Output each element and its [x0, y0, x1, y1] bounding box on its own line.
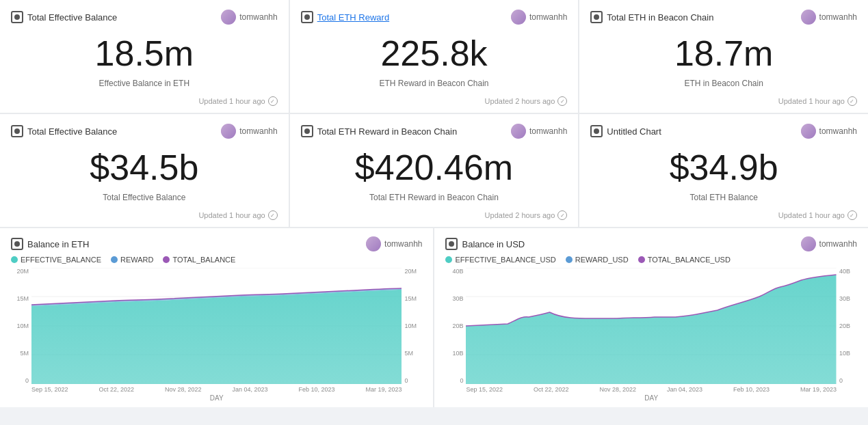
card-user: tomwanhh — [801, 10, 857, 25]
legend-dot — [445, 256, 452, 263]
updated-text: Updated 1 hour ago — [778, 97, 845, 105]
chart-title: Balance in ETH — [27, 239, 89, 249]
legend-dot — [566, 256, 573, 263]
card-total-eth-reward: Total ETH Reward tomwanhh 225.8k ETH Rew… — [290, 0, 579, 113]
x-label: Jan 04, 2023 — [232, 386, 267, 393]
card-total-eth-reward-beacon: Total ETH Reward in Beacon Chain tomwanh… — [290, 114, 579, 227]
card-subtitle: Total ETH Balance — [590, 193, 857, 202]
x-label: Mar 19, 2023 — [800, 386, 837, 393]
card-header: Untitled Chart tomwanhh — [590, 124, 857, 139]
legend-dot — [111, 256, 118, 263]
y-axis-left: 20M 15M 10M 5M 0 — [11, 268, 31, 384]
chart-canvas-eth — [31, 268, 402, 384]
card-footer: Updated 1 hour ago ✓ — [590, 94, 857, 106]
x-label: Oct 22, 2022 — [99, 386, 135, 393]
card-icon — [11, 125, 23, 137]
card-user: tomwanhh — [511, 124, 567, 139]
chart-svg-usd — [466, 268, 837, 384]
card-value: $34.9b — [590, 141, 857, 193]
card-value: $420.46m — [301, 141, 568, 193]
username: tomwanhh — [819, 12, 857, 22]
x-labels-usd: Sep 15, 2022 Oct 22, 2022 Nov 28, 2022 J… — [466, 386, 837, 393]
x-label: Nov 28, 2022 — [599, 386, 636, 393]
check-icon: ✓ — [268, 96, 278, 106]
card-user: tomwanhh — [366, 236, 422, 251]
chart-balance-usd: Balance in USD tomwanhh EFFECTIVE_BALANC… — [434, 228, 868, 407]
updated-text: Updated 1 hour ago — [198, 211, 265, 219]
card-header: Total Effective Balance tomwanhh — [11, 10, 278, 25]
card-user: tomwanhh — [801, 236, 857, 251]
x-label: Mar 19, 2023 — [365, 386, 402, 393]
legend-item-effective: EFFECTIVE_BALANCE — [11, 256, 101, 264]
card-icon — [445, 238, 458, 250]
check-icon: ✓ — [847, 96, 857, 106]
card-user: tomwanhh — [511, 10, 567, 25]
dashboard: Total Effective Balance tomwanhh 18.5m E… — [0, 0, 868, 407]
card-value: 18.7m — [590, 27, 857, 79]
card-footer: Updated 1 hour ago ✓ — [11, 94, 278, 106]
y-axis-right-eth: 20M 15M 10M 5M 0 — [402, 268, 422, 384]
username: tomwanhh — [384, 239, 422, 249]
legend-dot — [163, 256, 170, 263]
card-title: Total ETH in Beacon Chain — [607, 12, 713, 23]
chart-balance-eth: Balance in ETH tomwanhh EFFECTIVE_BALANC… — [0, 228, 433, 407]
x-axis-title-usd: DAY — [466, 394, 837, 402]
card-header: Total Effective Balance tomwanhh — [11, 124, 278, 139]
legend-item-reward: REWARD — [111, 256, 153, 264]
username: tomwanhh — [239, 126, 277, 136]
x-label: Sep 15, 2022 — [466, 386, 503, 393]
legend-label: REWARD_USD — [575, 256, 629, 264]
avatar — [221, 124, 236, 139]
card-footer: Updated 1 hour ago ✓ — [11, 208, 278, 220]
legend-label: EFFECTIVE_BALANCE — [21, 256, 101, 264]
username: tomwanhh — [239, 12, 277, 22]
x-label: Oct 22, 2022 — [534, 386, 569, 393]
card-footer: Updated 2 hours ago ✓ — [301, 208, 568, 220]
card-subtitle: Effective Balance in ETH — [11, 79, 278, 88]
avatar — [511, 10, 526, 25]
legend-label: REWARD — [120, 256, 153, 264]
card-title: Total ETH Reward in Beacon Chain — [317, 126, 458, 137]
card-user: tomwanhh — [221, 10, 277, 25]
card-subtitle: Total ETH Reward in Beacon Chain — [301, 193, 568, 202]
check-icon: ✓ — [268, 210, 278, 220]
card-subtitle: Total Effective Balance — [11, 193, 278, 202]
check-icon: ✓ — [557, 210, 567, 220]
updated-text: Updated 2 hours ago — [485, 97, 555, 105]
chart-row: Balance in ETH tomwanhh EFFECTIVE_BALANC… — [0, 228, 868, 407]
card-untitled-chart: Untitled Chart tomwanhh $34.9b Total ETH… — [579, 114, 868, 227]
x-label: Jan 04, 2023 — [667, 386, 702, 393]
legend-label: TOTAL_BALANCE_USD — [648, 256, 731, 264]
card-title: Total Effective Balance — [27, 126, 117, 137]
card-total-effective-balance-usd: Total Effective Balance tomwanhh $34.5b … — [0, 114, 289, 227]
card-title[interactable]: Total ETH Reward — [317, 12, 389, 23]
legend-item-reward-usd: REWARD_USD — [566, 256, 629, 264]
card-total-eth-beacon: Total ETH in Beacon Chain tomwanhh 18.7m… — [579, 0, 868, 113]
legend-item-total: TOTAL_BALANCE — [163, 256, 235, 264]
username: tomwanhh — [819, 239, 857, 249]
card-subtitle: ETH in Beacon Chain — [590, 79, 857, 88]
card-user: tomwanhh — [221, 124, 277, 139]
avatar — [801, 236, 816, 251]
legend-item-total-usd: TOTAL_BALANCE_USD — [638, 256, 731, 264]
card-value: 18.5m — [11, 27, 278, 79]
card-header: Total ETH Reward tomwanhh — [301, 10, 568, 25]
card-title: Total Effective Balance — [27, 12, 117, 23]
avatar — [801, 10, 816, 25]
avatar — [366, 236, 381, 251]
card-user: tomwanhh — [801, 124, 857, 139]
updated-text: Updated 1 hour ago — [198, 97, 265, 105]
x-axis-container-usd: Sep 15, 2022 Oct 22, 2022 Nov 28, 2022 J… — [466, 386, 837, 402]
effective-balance-area — [31, 290, 402, 384]
legend-dot — [11, 256, 18, 263]
card-footer: Updated 1 hour ago ✓ — [590, 208, 857, 220]
card-title: Untitled Chart — [607, 126, 661, 137]
x-label: Sep 15, 2022 — [31, 386, 68, 393]
x-labels-eth: Sep 15, 2022 Oct 22, 2022 Nov 28, 2022 J… — [31, 386, 402, 393]
card-footer: Updated 2 hours ago ✓ — [301, 94, 568, 106]
x-label: Feb 10, 2023 — [733, 386, 770, 393]
chart-header: Balance in USD tomwanhh — [445, 236, 857, 251]
updated-text: Updated 2 hours ago — [485, 211, 555, 219]
username: tomwanhh — [529, 12, 567, 22]
card-total-effective-balance-eth: Total Effective Balance tomwanhh 18.5m E… — [0, 0, 289, 113]
